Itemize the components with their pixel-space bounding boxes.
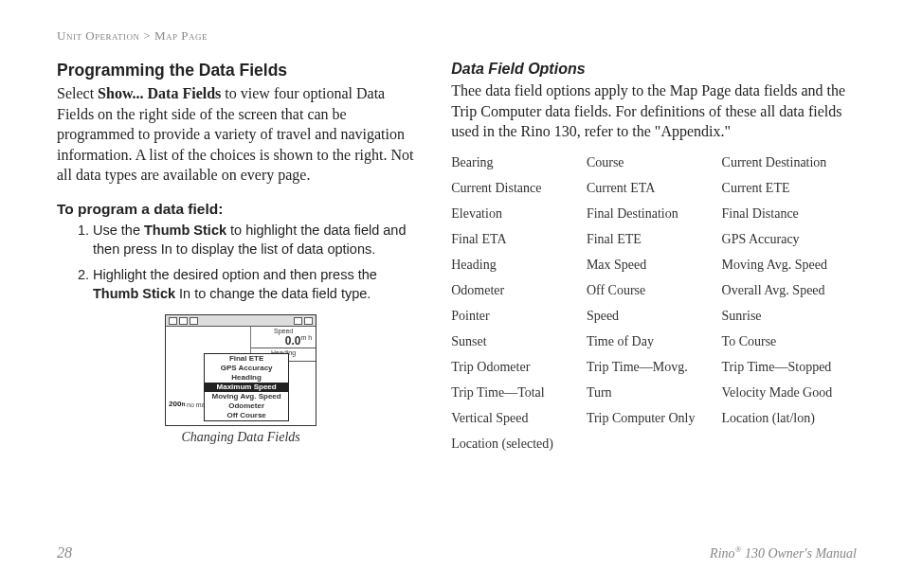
step-text: Highlight the desired option and then pr… bbox=[93, 267, 377, 282]
speed-value: 0.0m h bbox=[251, 334, 316, 348]
option-item: Final ETE bbox=[587, 232, 716, 247]
breadcrumb: Unit Operation > Map Page bbox=[57, 28, 857, 44]
option-item: Heading bbox=[451, 258, 581, 273]
menu-item: Off Course bbox=[205, 411, 288, 420]
menu-item: Heading bbox=[205, 373, 288, 383]
option-item: Current Distance bbox=[451, 181, 581, 196]
step-2: Highlight the desired option and then pr… bbox=[93, 266, 425, 303]
option-item: Location (lat/lon) bbox=[722, 411, 852, 426]
manual-title: Rino® 130 Owner's Manual bbox=[710, 544, 857, 561]
option-item: Odometer bbox=[451, 283, 581, 298]
procedure-heading: To program a data field: bbox=[57, 201, 425, 218]
menu-item: Moving Avg. Speed bbox=[205, 392, 288, 401]
menu-item: Odometer bbox=[205, 401, 288, 411]
option-item: Current Destination bbox=[722, 155, 852, 170]
topbar-icon bbox=[190, 317, 198, 325]
option-item: Vertical Speed bbox=[451, 411, 581, 426]
option-item: Time of Day bbox=[587, 334, 716, 349]
option-item: Moving Avg. Speed bbox=[722, 258, 852, 273]
section-heading: Programming the Data Fields bbox=[57, 61, 425, 80]
option-item: Turn bbox=[587, 385, 716, 401]
intro-bold: Show... Data Fields bbox=[98, 85, 221, 101]
menu-item: GPS Accuracy bbox=[205, 364, 288, 373]
options-description: Thee data field options apply to the Map… bbox=[451, 80, 851, 142]
option-item: GPS Accuracy bbox=[722, 232, 852, 247]
breadcrumb-section: Unit Operation bbox=[57, 28, 140, 43]
intro-text: Select bbox=[57, 85, 98, 101]
page-number: 28 bbox=[57, 544, 72, 561]
menu-item-selected: Maximum Speed bbox=[205, 383, 288, 392]
option-item: Trip Odometer bbox=[451, 360, 581, 375]
step-text: Use the bbox=[93, 223, 144, 238]
topbar-icon bbox=[169, 317, 177, 325]
map-scale: 200ft bbox=[169, 400, 185, 408]
option-item: Trip Computer Only bbox=[587, 411, 716, 426]
topbar-icon bbox=[179, 317, 188, 325]
option-item: Location (selected) bbox=[451, 437, 581, 452]
menu-item: Final ETE bbox=[205, 354, 288, 364]
procedure-list: Use the Thumb Stick to highlight the dat… bbox=[57, 222, 425, 303]
step-bold: Thumb Stick bbox=[93, 286, 175, 301]
topbar-icon bbox=[294, 317, 302, 325]
option-item: Current ETE bbox=[722, 181, 852, 196]
speed-label: Speed bbox=[251, 327, 316, 334]
topbar-icon bbox=[304, 317, 313, 325]
breadcrumb-separator: > bbox=[143, 28, 151, 43]
option-item: Final Destination bbox=[587, 206, 716, 222]
device-screenshot: 200ft no map Speed 0.0m h Heading Final … bbox=[165, 314, 316, 426]
section-intro: Select Show... Data Fields to view four … bbox=[57, 83, 425, 186]
option-item: Bearing bbox=[451, 155, 581, 170]
breadcrumb-page: Map Page bbox=[154, 28, 208, 43]
option-item: Velocity Made Good bbox=[722, 385, 852, 401]
option-item: Final Distance bbox=[722, 206, 852, 222]
option-item: Pointer bbox=[451, 309, 581, 324]
option-item: Current ETA bbox=[587, 181, 716, 196]
option-item: Max Speed bbox=[587, 258, 716, 273]
screenshot-topbar bbox=[166, 315, 316, 327]
option-item: Speed bbox=[587, 309, 716, 324]
step-bold: Thumb Stick bbox=[144, 223, 226, 238]
step-text: In to change the data field type. bbox=[175, 286, 371, 301]
option-item: To Course bbox=[722, 334, 852, 349]
data-field-menu: Final ETE GPS Accuracy Heading Maximum S… bbox=[204, 353, 289, 421]
option-item: Off Course bbox=[587, 283, 716, 298]
options-heading: Data Field Options bbox=[451, 61, 851, 78]
step-1: Use the Thumb Stick to highlight the dat… bbox=[93, 222, 425, 258]
figure-caption: Changing Data Fields bbox=[57, 430, 425, 445]
option-item: Course bbox=[587, 155, 716, 170]
option-item: Final ETA bbox=[451, 232, 581, 247]
option-item: Trip Time—Total bbox=[451, 385, 581, 401]
option-item: Sunset bbox=[451, 334, 581, 349]
option-item: Elevation bbox=[451, 206, 581, 222]
option-item: Overall Avg. Speed bbox=[722, 283, 852, 298]
option-item: Sunrise bbox=[722, 309, 852, 324]
option-item: Trip Time—Stopped bbox=[722, 360, 852, 375]
option-item: Trip Time—Movg. bbox=[587, 360, 716, 375]
options-table: Bearing Course Current Destination Curre… bbox=[451, 155, 851, 452]
